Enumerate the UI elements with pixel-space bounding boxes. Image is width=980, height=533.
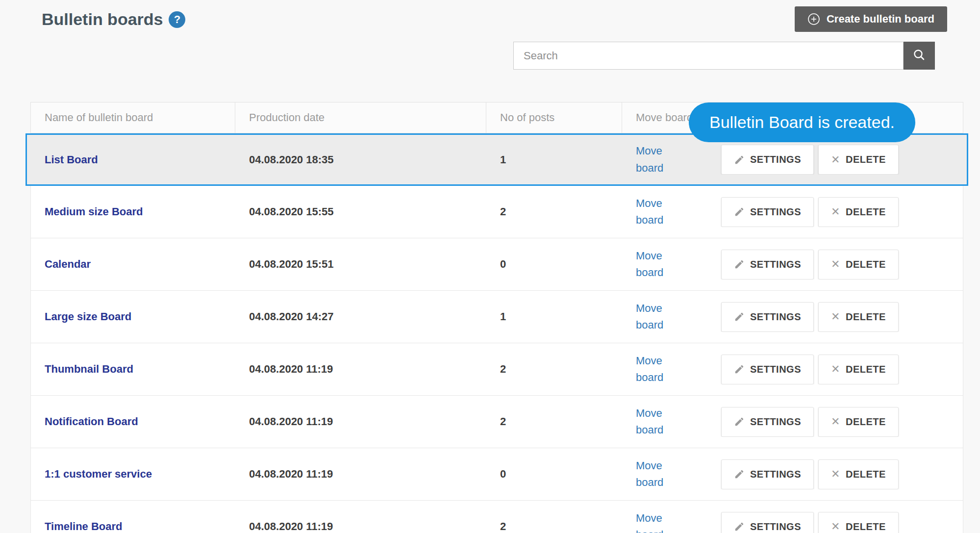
pencil-icon bbox=[734, 416, 745, 427]
posts-count: 1 bbox=[486, 310, 622, 323]
x-icon: ✕ bbox=[831, 205, 840, 218]
move-board-link[interactable]: Move board bbox=[636, 195, 690, 228]
settings-label: SETTINGS bbox=[750, 416, 801, 428]
pencil-icon bbox=[734, 469, 745, 480]
delete-label: DELETE bbox=[846, 311, 886, 323]
settings-button[interactable]: SETTINGS bbox=[721, 407, 814, 437]
board-name-link[interactable]: 1:1 customer service bbox=[45, 468, 152, 480]
board-name-link[interactable]: Large size Board bbox=[45, 310, 131, 323]
posts-count: 0 bbox=[486, 258, 622, 271]
production-date: 04.08.2020 14:27 bbox=[235, 310, 486, 323]
column-header-date: Production date bbox=[235, 102, 486, 133]
board-name-link[interactable]: Notification Board bbox=[45, 415, 138, 428]
board-name-link[interactable]: Timeline Board bbox=[45, 520, 123, 533]
bulletin-board-table: Name of bulletin board Production date N… bbox=[30, 102, 963, 533]
production-date: 04.08.2020 11:19 bbox=[235, 520, 486, 533]
delete-label: DELETE bbox=[846, 154, 886, 165]
move-board-link[interactable]: Move board bbox=[636, 457, 690, 491]
table-row: Calendar 04.08.2020 15:51 0 Move board S… bbox=[30, 238, 963, 291]
create-bulletin-board-button[interactable]: Create bulletin board bbox=[795, 6, 947, 32]
table-row: Large size Board 04.08.2020 14:27 1 Move… bbox=[30, 291, 963, 343]
pencil-icon bbox=[734, 311, 745, 322]
x-icon: ✕ bbox=[831, 258, 840, 271]
pencil-icon bbox=[734, 521, 745, 532]
plus-circle-icon bbox=[807, 13, 820, 25]
x-icon: ✕ bbox=[831, 520, 840, 533]
search-bar bbox=[513, 42, 935, 70]
magnifier-icon bbox=[912, 48, 927, 64]
production-date: 04.08.2020 11:19 bbox=[235, 468, 486, 481]
production-date: 04.08.2020 18:35 bbox=[235, 153, 486, 166]
settings-button[interactable]: SETTINGS bbox=[721, 250, 814, 279]
settings-label: SETTINGS bbox=[750, 521, 801, 533]
delete-label: DELETE bbox=[846, 469, 886, 480]
board-name-link[interactable]: Medium size Board bbox=[45, 205, 143, 218]
delete-button[interactable]: ✕ DELETE bbox=[818, 459, 899, 489]
settings-button[interactable]: SETTINGS bbox=[721, 197, 814, 227]
table-row: 1:1 customer service 04.08.2020 11:19 0 … bbox=[30, 448, 963, 501]
production-date: 04.08.2020 15:55 bbox=[235, 205, 486, 218]
settings-button[interactable]: SETTINGS bbox=[721, 302, 814, 332]
pencil-icon bbox=[734, 154, 745, 165]
posts-count: 2 bbox=[486, 415, 622, 428]
move-board-link[interactable]: Move board bbox=[636, 248, 690, 281]
delete-button[interactable]: ✕ DELETE bbox=[818, 512, 899, 533]
settings-label: SETTINGS bbox=[750, 311, 801, 323]
delete-button[interactable]: ✕ DELETE bbox=[818, 145, 899, 175]
delete-button[interactable]: ✕ DELETE bbox=[818, 197, 899, 227]
settings-label: SETTINGS bbox=[750, 259, 801, 270]
x-icon: ✕ bbox=[831, 363, 840, 376]
board-name-link[interactable]: Calendar bbox=[45, 258, 91, 270]
settings-label: SETTINGS bbox=[750, 364, 801, 375]
table-row: Notification Board 04.08.2020 11:19 2 Mo… bbox=[30, 396, 963, 448]
delete-label: DELETE bbox=[846, 521, 886, 533]
settings-label: SETTINGS bbox=[750, 154, 801, 165]
delete-button[interactable]: ✕ DELETE bbox=[818, 407, 899, 437]
posts-count: 1 bbox=[486, 153, 622, 166]
delete-button[interactable]: ✕ DELETE bbox=[818, 250, 899, 279]
delete-label: DELETE bbox=[846, 364, 886, 375]
delete-button[interactable]: ✕ DELETE bbox=[818, 302, 899, 332]
posts-count: 2 bbox=[486, 520, 622, 533]
x-icon: ✕ bbox=[831, 310, 840, 323]
move-board-link[interactable]: Move board bbox=[636, 300, 690, 333]
delete-label: DELETE bbox=[846, 416, 886, 428]
delete-button[interactable]: ✕ DELETE bbox=[818, 355, 899, 384]
posts-count: 2 bbox=[486, 363, 622, 376]
page-title: Bulletin boards ? bbox=[42, 10, 185, 29]
production-date: 04.08.2020 11:19 bbox=[235, 363, 486, 376]
question-icon[interactable]: ? bbox=[169, 11, 185, 28]
production-date: 04.08.2020 15:51 bbox=[235, 258, 486, 271]
table-row: Timeline Board 04.08.2020 11:19 2 Move b… bbox=[30, 501, 963, 533]
pencil-icon bbox=[734, 206, 745, 217]
search-button[interactable] bbox=[904, 42, 935, 70]
production-date: 04.08.2020 11:19 bbox=[235, 415, 486, 428]
x-icon: ✕ bbox=[831, 153, 840, 166]
settings-button[interactable]: SETTINGS bbox=[721, 145, 814, 175]
toast-notification: Bulletin Board is created. bbox=[689, 102, 915, 142]
move-board-link[interactable]: Move board bbox=[636, 510, 690, 533]
board-name-link[interactable]: List Board bbox=[45, 153, 98, 166]
move-board-link[interactable]: Move board bbox=[636, 143, 690, 176]
settings-button[interactable]: SETTINGS bbox=[721, 355, 814, 384]
settings-label: SETTINGS bbox=[750, 469, 801, 480]
table-body: List Board 04.08.2020 18:35 1 Move board… bbox=[30, 133, 963, 533]
search-input[interactable] bbox=[513, 42, 904, 70]
settings-button[interactable]: SETTINGS bbox=[721, 512, 814, 533]
x-icon: ✕ bbox=[831, 468, 840, 481]
posts-count: 2 bbox=[486, 205, 622, 218]
settings-label: SETTINGS bbox=[750, 206, 801, 218]
pencil-icon bbox=[734, 259, 745, 270]
table-row: Thumbnail Board 04.08.2020 11:19 2 Move … bbox=[30, 343, 963, 396]
move-board-link[interactable]: Move board bbox=[636, 353, 690, 386]
table-row: Medium size Board 04.08.2020 15:55 2 Mov… bbox=[30, 186, 963, 238]
posts-count: 0 bbox=[486, 468, 622, 481]
column-header-name: Name of bulletin board bbox=[31, 102, 235, 133]
create-bulletin-board-label: Create bulletin board bbox=[827, 13, 934, 25]
board-name-link[interactable]: Thumbnail Board bbox=[45, 363, 133, 375]
settings-button[interactable]: SETTINGS bbox=[721, 459, 814, 489]
delete-label: DELETE bbox=[846, 259, 886, 270]
column-header-posts: No of posts bbox=[486, 102, 622, 133]
page-title-text: Bulletin boards bbox=[42, 10, 163, 29]
move-board-link[interactable]: Move board bbox=[636, 405, 690, 438]
